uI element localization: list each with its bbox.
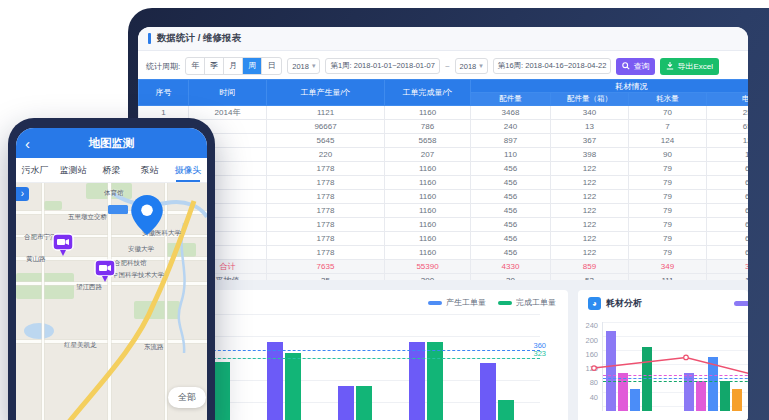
period-option-月[interactable]: 月 bbox=[224, 58, 243, 74]
table-cell: 79 bbox=[629, 204, 707, 218]
table-cell: 1778 bbox=[267, 218, 385, 232]
table-cell: 7635 bbox=[267, 260, 385, 274]
year-end-select[interactable]: 2018▾ bbox=[455, 58, 488, 74]
table-row: 177811604561227967 bbox=[139, 246, 749, 260]
period-segment: 年季月周日 bbox=[185, 57, 282, 75]
search-icon bbox=[622, 62, 630, 70]
table-cell: 1778 bbox=[267, 190, 385, 204]
table-row: 12014年11211160346834070250 bbox=[139, 106, 749, 120]
table-cell: 240 bbox=[471, 120, 551, 134]
legend-item-completed[interactable]: 完成工单量 bbox=[498, 297, 556, 308]
left-chart-legend: 产生工单量 完成工单量 bbox=[428, 297, 556, 308]
table-cell: 4330 bbox=[471, 260, 551, 274]
table-cell: 1121 bbox=[267, 106, 385, 120]
show-all-button[interactable]: 全部 bbox=[168, 387, 206, 408]
tab-污水厂[interactable]: 污水厂 bbox=[16, 158, 54, 182]
legend-item-generated[interactable]: 产生工单量 bbox=[428, 297, 486, 308]
table-cell: 79 bbox=[629, 162, 707, 176]
table-row: 177811604561227967 bbox=[139, 218, 749, 232]
table-cell: 79 bbox=[629, 190, 707, 204]
table-cell: 786 bbox=[385, 120, 471, 134]
period-option-年[interactable]: 年 bbox=[186, 58, 205, 74]
back-icon[interactable]: ‹ bbox=[25, 136, 30, 151]
table-cell: 33 bbox=[707, 260, 749, 274]
legend-swatch bbox=[498, 301, 512, 305]
tab-泵站[interactable]: 泵站 bbox=[131, 158, 169, 182]
map-view[interactable]: 体育馆五里墩立交桥安徽医科大学合肥市宁溪小学安徽大学合肥科技馆黄山路中国科学技术… bbox=[16, 183, 207, 420]
table-cell: 67 bbox=[707, 162, 749, 176]
table-row: 96667786240137650 bbox=[139, 120, 749, 134]
pie-chart-icon: ◕ bbox=[588, 297, 601, 310]
report-table-header: 序号 时间 工单产生量/个 工单完成量/个 耗材情况 配件量 配件量（箱） 耗水… bbox=[139, 80, 749, 106]
phone-mockup: ‹ 地图监测 污水厂监测站桥梁泵站摄像头 bbox=[8, 118, 215, 420]
table-cell: 398 bbox=[551, 148, 629, 162]
phone-app-header: ‹ 地图监测 bbox=[16, 128, 207, 158]
left-chart-bar bbox=[214, 362, 230, 420]
tab-监测站[interactable]: 监测站 bbox=[54, 158, 92, 182]
table-cell: 67 bbox=[707, 218, 749, 232]
table-cell: 67 bbox=[707, 232, 749, 246]
sub-col-header: 配件量（箱） bbox=[551, 93, 629, 106]
table-cell: 1160 bbox=[385, 106, 471, 120]
right-chart-title: ◕ 耗材分析 bbox=[588, 297, 642, 310]
period-option-季[interactable]: 季 bbox=[205, 58, 224, 74]
tab-桥梁[interactable]: 桥梁 bbox=[92, 158, 130, 182]
table-cell: 124 bbox=[629, 134, 707, 148]
left-chart-bar bbox=[338, 386, 354, 420]
download-icon bbox=[666, 62, 674, 70]
table-cell: 220 bbox=[267, 148, 385, 162]
table-cell: 67 bbox=[707, 204, 749, 218]
table-row: 合计763555390433085934933 bbox=[139, 260, 749, 274]
table-row: 177811604561227967 bbox=[139, 162, 749, 176]
breadcrumb-accent-bar bbox=[148, 33, 151, 44]
phone-tab-bar: 污水厂监测站桥梁泵站摄像头 bbox=[16, 158, 207, 183]
map-label: 东流路 bbox=[144, 343, 164, 352]
export-excel-button[interactable]: 导出Excel bbox=[660, 58, 719, 75]
map-label: 五里墩立交桥 bbox=[68, 213, 107, 222]
table-cell: 122 bbox=[551, 218, 629, 232]
period-option-周[interactable]: 周 bbox=[243, 58, 262, 74]
map-label: 体育馆 bbox=[104, 189, 124, 198]
table-cell: 79 bbox=[629, 232, 707, 246]
table-cell: 1160 bbox=[385, 162, 471, 176]
table-cell: 7 bbox=[629, 120, 707, 134]
range-separator: ~ bbox=[445, 62, 450, 71]
charts-row: 产生工单量 完成工单量 360323 ◕ 耗材分析 24020016012080… bbox=[138, 280, 748, 420]
map-features bbox=[16, 183, 207, 420]
chevron-down-icon: ▾ bbox=[479, 62, 483, 70]
table-cell: 250 bbox=[707, 106, 749, 120]
table-cell: 67 bbox=[707, 190, 749, 204]
reference-line bbox=[158, 358, 540, 359]
camera-marker[interactable] bbox=[52, 233, 74, 260]
year-start-select[interactable]: 2018▾ bbox=[287, 58, 320, 74]
table-cell: 122 bbox=[551, 190, 629, 204]
query-button[interactable]: 查询 bbox=[616, 58, 655, 75]
period-option-日[interactable]: 日 bbox=[262, 58, 281, 74]
table-cell: 13 bbox=[551, 120, 629, 134]
col-header: 工单完成量/个 bbox=[385, 80, 471, 106]
table-row: 177811604561227967 bbox=[139, 190, 749, 204]
right-chart-plot bbox=[602, 322, 748, 411]
selected-location-pin[interactable] bbox=[131, 195, 163, 235]
table-cell: 1778 bbox=[267, 232, 385, 246]
camera-marker[interactable] bbox=[94, 259, 116, 286]
tab-摄像头[interactable]: 摄像头 bbox=[169, 158, 207, 182]
table-row: 177811604561227967 bbox=[139, 204, 749, 218]
map-expand-button[interactable]: › bbox=[16, 187, 29, 201]
week-range-start[interactable]: 第1周: 2018-01-01~2018-01-07 bbox=[325, 58, 439, 74]
table-cell: 3468 bbox=[471, 106, 551, 120]
table-cell: 456 bbox=[471, 232, 551, 246]
table-cell: 349 bbox=[629, 260, 707, 274]
col-header: 工单产生量/个 bbox=[267, 80, 385, 106]
table-cell: 122 bbox=[551, 232, 629, 246]
table-cell: 650 bbox=[707, 120, 749, 134]
table-cell: 456 bbox=[471, 190, 551, 204]
map-label: 红星美凯龙 bbox=[64, 341, 97, 350]
table-cell: 67 bbox=[707, 246, 749, 260]
breadcrumb: 数据统计 / 维修报表 bbox=[138, 27, 748, 51]
table-row: 2202071103989019 bbox=[139, 148, 749, 162]
table-cell: 456 bbox=[471, 218, 551, 232]
week-range-end[interactable]: 第16周: 2018-04-16~2018-04-22 bbox=[493, 58, 612, 74]
table-cell: 1778 bbox=[267, 204, 385, 218]
table-cell: 122 bbox=[551, 246, 629, 260]
